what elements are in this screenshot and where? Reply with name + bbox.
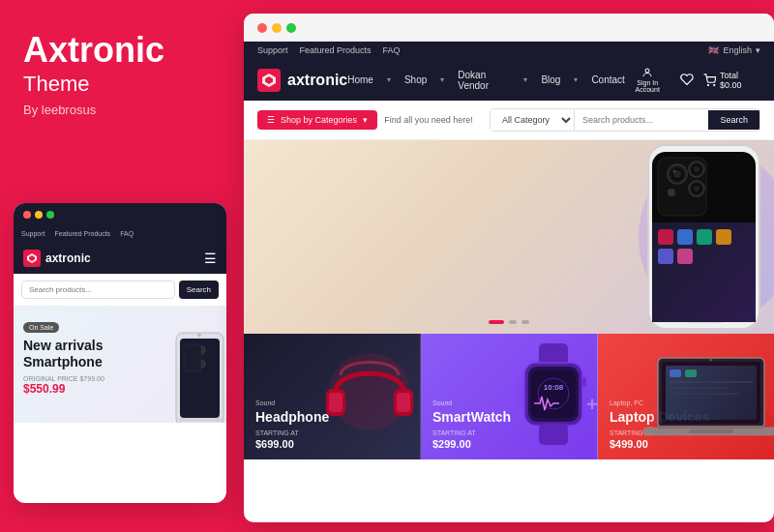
search-group: All Category Search xyxy=(490,108,760,132)
lang-label[interactable]: English xyxy=(723,45,752,55)
slide-title-line2: Smartphone xyxy=(23,354,103,369)
svg-point-31 xyxy=(694,186,700,192)
dot-green xyxy=(46,211,54,219)
site-logo: axtronic xyxy=(257,69,347,92)
site-navbar: axtronic Home▾ Shop▾ Dokan Vendor▾ Blog▾… xyxy=(244,59,774,101)
product-card-headphone[interactable]: Sound Headphone STARTING AT $699.00 xyxy=(244,334,421,459)
cart-button[interactable]: Total $0.00 xyxy=(703,71,760,90)
hero-banner xyxy=(244,140,774,334)
mobile-header: axtronic ☰ xyxy=(14,243,226,274)
account-button[interactable]: Sign In Account xyxy=(625,67,670,93)
on-sale-badge: On Sale xyxy=(23,322,59,333)
mobile-window-controls xyxy=(14,203,226,226)
svg-rect-63 xyxy=(670,387,728,389)
svg-point-17 xyxy=(713,84,714,85)
mobile-preview-card: Support Featured Products FAQ axtronic ☰… xyxy=(14,203,226,503)
svg-rect-45 xyxy=(397,393,410,412)
nav-shop[interactable]: Shop xyxy=(404,74,427,85)
svg-rect-35 xyxy=(658,229,673,245)
topbar-lang[interactable]: 🇬🇧 English ▾ xyxy=(708,45,760,55)
svg-rect-39 xyxy=(658,249,673,264)
mobile-nav-featured[interactable]: Featured Products xyxy=(55,230,111,237)
product-card-laptop[interactable]: Laptop, PC Laptop Devices STARTING AT $4… xyxy=(598,334,774,459)
brand-by: By leebrosus xyxy=(23,103,217,117)
svg-rect-37 xyxy=(697,229,712,245)
category-select[interactable]: All Category xyxy=(491,109,575,131)
svg-rect-36 xyxy=(677,229,693,245)
mobile-nav-faq[interactable]: FAQ xyxy=(120,230,134,237)
shop-by-categories-button[interactable]: ☰ Shop by Categories ▾ xyxy=(257,110,377,130)
topbar-faq[interactable]: FAQ xyxy=(383,45,401,55)
mobile-nav-bar: Support Featured Products FAQ xyxy=(14,226,226,243)
topbar-featured[interactable]: Featured Products xyxy=(300,45,372,55)
mobile-nav-support[interactable]: Support xyxy=(21,230,45,237)
hero-dot-nav xyxy=(489,320,529,324)
svg-rect-47 xyxy=(539,343,568,365)
svg-text:10:08: 10:08 xyxy=(544,383,564,392)
topbar-support[interactable]: Support xyxy=(257,45,288,55)
dot-red xyxy=(23,211,31,219)
browser-dot-green xyxy=(286,23,296,33)
svg-rect-54 xyxy=(582,377,586,387)
topbar-links: Support Featured Products FAQ xyxy=(257,45,401,55)
mobile-logo-text: axtronic xyxy=(45,251,91,265)
smartwatch-image: 10:08 + xyxy=(505,339,598,445)
slide-title-line1: New arrivals xyxy=(23,338,104,353)
product-card-smartwatch[interactable]: Sound SmartWatch STARTING AT $299.00 10:… xyxy=(421,334,598,459)
svg-point-4 xyxy=(197,334,201,338)
nav-blog[interactable]: Blog xyxy=(541,74,560,85)
hero-phone-illustration xyxy=(561,140,774,334)
nav-contact[interactable]: Contact xyxy=(591,74,624,85)
svg-rect-68 xyxy=(658,426,764,429)
hero-content xyxy=(244,218,302,256)
svg-rect-61 xyxy=(685,369,697,377)
svg-rect-43 xyxy=(329,393,342,412)
laptop-image xyxy=(639,348,774,445)
mobile-search-button[interactable]: Search xyxy=(179,281,219,299)
search-button[interactable]: Search xyxy=(708,110,759,130)
hamburger-icon[interactable]: ☰ xyxy=(204,251,217,266)
mobile-phone-illustration xyxy=(168,331,226,423)
browser-mockup: Support Featured Products FAQ 🇬🇧 English… xyxy=(244,14,774,522)
mobile-search-input[interactable] xyxy=(21,281,175,299)
hamburger-icon: ☰ xyxy=(267,115,275,125)
svg-point-28 xyxy=(694,166,700,172)
svg-rect-60 xyxy=(670,369,681,377)
mobile-logo-icon xyxy=(23,250,41,267)
nav-home[interactable]: Home xyxy=(347,74,373,85)
account-label: Sign In Account xyxy=(625,79,670,93)
headphone-image xyxy=(312,339,421,445)
flag-icon: 🇬🇧 xyxy=(708,45,719,55)
hero-dot-2[interactable] xyxy=(509,320,517,324)
browser-dot-yellow xyxy=(272,23,282,33)
svg-rect-5 xyxy=(178,418,223,422)
mobile-logo: axtronic xyxy=(23,250,91,267)
hero-dot-3[interactable] xyxy=(521,320,529,324)
cat-dropdown-icon: ▾ xyxy=(363,115,368,125)
hero-dot-1[interactable] xyxy=(489,320,504,324)
svg-point-16 xyxy=(707,84,708,85)
wishlist-button[interactable] xyxy=(680,73,694,87)
svg-rect-53 xyxy=(539,424,568,445)
browser-window-controls xyxy=(244,14,774,42)
dot-yellow xyxy=(35,211,43,219)
find-all-text: Find all you need here! xyxy=(384,115,473,125)
svg-rect-40 xyxy=(677,249,693,264)
brand-subtitle: Theme xyxy=(23,72,217,97)
svg-rect-62 xyxy=(670,381,753,383)
svg-point-67 xyxy=(710,359,713,362)
site-topbar: Support Featured Products FAQ 🇬🇧 English… xyxy=(244,42,774,59)
svg-rect-64 xyxy=(670,393,739,395)
svg-point-15 xyxy=(645,69,649,73)
site-logo-text: axtronic xyxy=(287,72,347,89)
cart-label: Total $0.00 xyxy=(720,71,760,90)
lang-dropdown-icon: ▾ xyxy=(756,45,760,55)
site-logo-icon xyxy=(257,69,281,92)
left-panel: Axtronic Theme By leebrosus Support Feat… xyxy=(0,0,240,532)
svg-point-25 xyxy=(673,170,676,173)
site-search-bar: ☰ Shop by Categories ▾ Find all you need… xyxy=(244,101,774,140)
nav-dokan[interactable]: Dokan Vendor xyxy=(458,70,510,91)
mobile-hero-slide: On Sale New arrivals Smartphone ORIGINAL… xyxy=(14,307,226,423)
brand-title: Axtronic xyxy=(23,31,217,70)
search-input[interactable] xyxy=(575,110,708,130)
